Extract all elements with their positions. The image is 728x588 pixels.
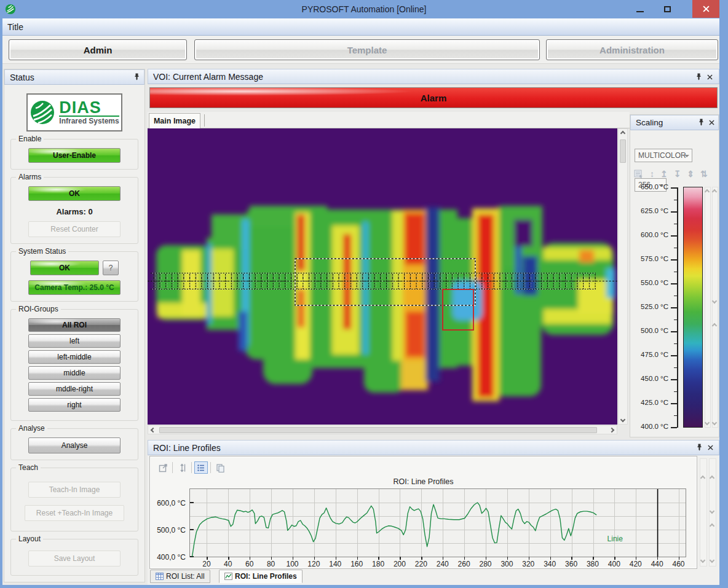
image-vertical-scrollbar[interactable] [618,128,628,425]
close-icon [708,445,713,450]
system-help-button[interactable]: ? [103,261,119,275]
roi-panel-header[interactable]: ROI: Line Profiles [148,440,719,455]
save-layout-button[interactable]: Save Layout [28,551,121,566]
spin-handle-up-icon[interactable] [712,323,717,328]
thermal-image-viewport[interactable] [148,128,617,425]
scaling-expand-icon[interactable]: ⇕ [687,169,694,179]
toolbar-separator [172,462,173,473]
voi-panel-title: VOI: Current Alarm Message [153,72,263,82]
spin-down-icon[interactable] [700,558,705,563]
x-tick-label: 200 [394,560,406,568]
scale-spinner-max[interactable] [705,187,711,428]
spin-down-icon[interactable] [710,558,714,563]
x-tick-label: 80 [267,560,275,568]
spin-down-icon[interactable] [712,420,717,425]
roi-pin-button[interactable] [695,443,703,452]
scaling-panel-header[interactable]: Scaling [630,115,719,130]
scale-spinner-min[interactable] [712,187,718,428]
scaling-min-down-icon[interactable]: ↧ [674,169,681,179]
horizontal-scroll-thumb[interactable] [159,427,597,433]
alarms-status-button[interactable]: OK [28,186,121,201]
tab-roi-line-profiles[interactable]: ROI: Line Profiles [219,570,303,583]
close-icon [703,6,710,12]
roi-profiles-panel: ROI: Line Profiles [148,440,719,585]
fit-vertical-icon[interactable] [175,461,189,474]
scaling-compress-icon[interactable]: ⇅ [700,169,708,179]
profile-spinner-right[interactable] [709,458,716,566]
scroll-down-icon[interactable] [620,417,625,422]
voi-pin-button[interactable] [694,73,703,81]
scale-label: 475.0 °C [634,351,668,358]
profile-spinner-left[interactable] [700,458,707,566]
user-enable-button[interactable]: User-Enable [28,148,121,163]
maximize-button[interactable] [658,0,676,18]
spin-handle-down-icon[interactable] [710,509,714,514]
scaling-max-up-icon[interactable]: ↥ [660,169,668,179]
x-tick-label: 360 [565,560,577,568]
dias-tagline-text: Infrared Systems [59,116,119,125]
title-bar[interactable]: PYROSOFT Automation [Online] [0,0,728,18]
roi-group-button-left-middle[interactable]: left-middle [28,350,121,364]
spin-down-icon[interactable] [705,420,710,425]
pin-icon [698,119,705,126]
scroll-up-icon[interactable] [620,131,625,136]
system-ok-button[interactable]: OK [30,261,99,275]
palette-select[interactable]: MULTICOLOR [635,149,692,162]
x-tick-label: 180 [372,560,384,568]
roi-panel-title: ROI: Line Profiles [153,443,221,453]
minimize-button[interactable] [631,0,649,18]
scale-label: 600.0 °C [634,231,668,238]
spin-handle-up-icon[interactable] [710,523,714,528]
teach-in-image-button[interactable]: Teach-In Image [28,482,121,498]
status-pin-button[interactable] [132,73,141,81]
nav-tab-administration[interactable]: Administration [546,39,718,60]
camera-temp-button[interactable]: Camera Temp.: 25.0 °C [28,280,121,295]
scaling-autoscale-icon[interactable]: ↕ [650,169,654,179]
reset-counter-button[interactable]: Reset Counter [28,221,121,237]
tab-roi-list[interactable]: ROI List: All [150,570,210,583]
roi-group-button-mddle-right[interactable]: mddle-right [28,382,121,396]
teach-group-label: Teach [16,463,41,472]
roi-group-button-middle[interactable]: middle [28,366,121,380]
close-icon [709,120,714,125]
roi-group-button-all-roi[interactable]: All ROI [28,318,121,332]
chart-x-axis-labels: 2040608010012014016018020022024026028030… [189,560,686,568]
line-chart-icon [224,573,232,580]
status-panel-header[interactable]: Status [4,69,144,85]
chart-plot-area[interactable]: Linie [189,488,686,557]
voi-close-button[interactable] [705,73,714,81]
main-image-tab-strip: Main Image [148,112,630,128]
roi-close-button[interactable] [706,443,714,452]
scroll-right-icon[interactable] [609,427,614,432]
spin-up-icon[interactable] [700,476,705,480]
vertical-scroll-thumb[interactable] [620,139,626,163]
image-horizontal-scrollbar[interactable] [148,425,617,434]
x-tick-label: 260 [458,560,470,568]
chart-title: ROI: Line Profiles [150,477,697,486]
scaling-properties-icon[interactable] [634,170,644,179]
scaling-pin-button[interactable] [697,118,705,127]
y-tick-label: 500,0 °C [151,526,186,535]
spin-up-icon[interactable] [712,189,717,194]
scaling-close-button[interactable] [707,118,716,127]
spin-up-icon[interactable] [705,189,710,194]
pin-icon [695,73,702,80]
copy-icon[interactable] [213,461,227,474]
spin-up-icon[interactable] [710,476,714,480]
roi-group-button-right[interactable]: right [28,398,121,412]
analyse-button[interactable]: Analyse [28,437,121,453]
scale-major-tick [671,259,677,261]
export-icon[interactable] [156,461,170,474]
main-image-tab[interactable]: Main Image [149,113,200,128]
roi-group-button-left[interactable]: left [28,334,121,348]
thermal-image [148,128,617,425]
reset-teach-in-image-button[interactable]: Reset +Teach-In Image [25,505,124,521]
voi-panel-header[interactable]: VOI: Current Alarm Message [148,69,719,84]
nav-tab-admin[interactable]: Admin [9,39,187,60]
scroll-left-icon[interactable] [151,427,156,432]
teach-group: Teach Teach-In Image Reset +Teach-In Ima… [10,468,138,531]
nav-tab-template[interactable]: Template [194,39,540,60]
spin-handle-down-icon[interactable] [712,299,717,304]
close-button[interactable] [692,0,719,18]
legend-list-icon[interactable] [194,461,208,474]
